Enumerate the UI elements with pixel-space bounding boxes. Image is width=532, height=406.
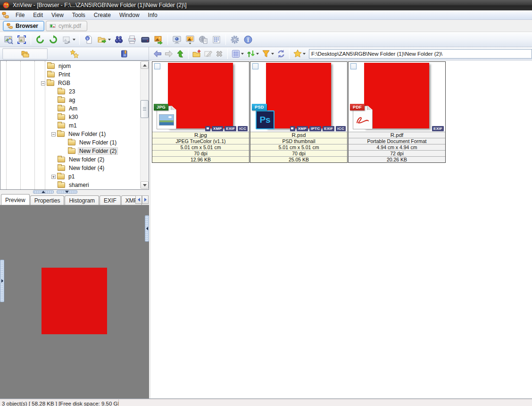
transform-button[interactable] — [60, 34, 73, 46]
favorites-panel-button[interactable] — [52, 48, 97, 59]
panel-tab-preview[interactable]: Preview — [1, 194, 30, 205]
file-card[interactable]: PDF EXIF R.pdf Portable Document Format … — [348, 61, 446, 163]
slideshow-icon — [185, 35, 195, 44]
scroll-up-button[interactable] — [141, 61, 149, 69]
file-card[interactable]: JPG XMPEXIFICC R.jpg JPEG TrueColor (v1.… — [152, 61, 249, 163]
back-button[interactable] — [152, 48, 163, 59]
panel-tab-histogram[interactable]: Histogram — [65, 195, 99, 205]
menu-file[interactable]: File — [11, 11, 29, 19]
menu-window[interactable]: Window — [115, 11, 144, 19]
rotate-left-button[interactable] — [33, 34, 47, 46]
filter-button[interactable] — [260, 48, 272, 59]
menu-create[interactable]: Create — [90, 11, 115, 19]
tree-item[interactable]: New folder (2) — [0, 155, 140, 164]
file-thumbnail[interactable]: JPG XMPEXIFICC — [152, 62, 249, 133]
thumbnail-grid: JPG XMPEXIFICC R.jpg JPEG TrueColor (v1.… — [151, 60, 532, 398]
settings-button[interactable] — [228, 34, 241, 46]
tree-item-selected[interactable]: New Folder (2) — [0, 147, 140, 155]
refresh-button[interactable] — [275, 48, 287, 59]
new-folder-button[interactable] — [191, 48, 202, 59]
favorites-button[interactable] — [292, 48, 303, 59]
address-input[interactable] — [309, 49, 532, 59]
scroll-down-button[interactable] — [141, 181, 149, 189]
tree-item[interactable]: − RGB — [0, 79, 140, 87]
tree-item[interactable]: 23 — [0, 87, 140, 96]
sort-button[interactable] — [245, 48, 257, 59]
convert-button[interactable] — [152, 34, 165, 46]
folders-panel-button[interactable] — [2, 48, 48, 59]
tree-item[interactable]: + p1 — [0, 172, 140, 181]
scrollbar-thumb[interactable] — [141, 100, 149, 118]
categories-panel-button[interactable] — [102, 48, 146, 59]
favorites-dropdown-caret[interactable] — [303, 53, 306, 55]
tree-item[interactable]: m1 — [0, 121, 140, 130]
splitter-collapse-down-button[interactable] — [57, 190, 77, 194]
view-mode-button[interactable] — [230, 48, 241, 59]
tab-cymk-pdf-label: cymk.pdf — [58, 23, 81, 29]
scan-button[interactable] — [139, 34, 152, 46]
up-button[interactable] — [175, 48, 186, 59]
tree-item[interactable]: njom — [0, 62, 140, 70]
tree-preview-splitter[interactable] — [0, 190, 149, 194]
tree-item-label: shameri — [67, 181, 91, 189]
file-print-size: 5.01 cm x 5.01 cm — [250, 144, 347, 150]
tree-item[interactable]: New folder (4) — [0, 164, 140, 172]
splitter-collapse-up-button[interactable] — [33, 190, 54, 194]
view-button[interactable] — [2, 34, 15, 46]
menu-view[interactable]: View — [47, 11, 68, 19]
open-with-button[interactable] — [95, 34, 108, 46]
tree-item[interactable]: New Folder (1) — [0, 138, 140, 147]
tab-scroll-right-button[interactable] — [142, 195, 149, 204]
tab-scroll-left-button[interactable] — [135, 195, 142, 204]
tab-cymk-pdf[interactable]: cymk.pdf — [46, 21, 87, 31]
file-checkbox[interactable] — [154, 63, 160, 69]
search-button[interactable] — [112, 34, 125, 46]
sort-dropdown-caret[interactable] — [256, 53, 259, 55]
tree-item[interactable]: ag — [0, 96, 140, 104]
menu-info[interactable]: Info — [144, 11, 162, 19]
folder-icon — [47, 80, 54, 86]
print-button[interactable] — [125, 34, 139, 46]
badge-icc: ICC — [336, 126, 346, 131]
fullscreen-button[interactable] — [15, 34, 28, 46]
panel-tab-properties[interactable]: Properties — [30, 195, 65, 205]
transform-dropdown-caret[interactable] — [73, 39, 75, 41]
file-checkbox[interactable] — [252, 63, 258, 69]
tree-item[interactable]: Print — [0, 70, 140, 79]
menu-tools[interactable]: Tools — [68, 11, 90, 19]
file-thumbnail[interactable]: Ps PSD XMPIPTCEXIFICC — [250, 62, 347, 133]
about-button[interactable]: i — [241, 34, 255, 46]
edit-comment-button[interactable] — [202, 48, 214, 59]
file-info-button[interactable]: i — [82, 34, 95, 46]
contact-sheet-button[interactable] — [210, 34, 223, 46]
browser-window-icon[interactable] — [2, 11, 9, 19]
file-thumbnail[interactable]: PDF EXIF — [349, 62, 445, 133]
menu-bar-items: FileEditViewToolsCreateWindowInfo — [11, 11, 162, 19]
tree-expander[interactable]: − — [51, 132, 56, 136]
tree-item[interactable]: Am — [0, 104, 140, 113]
view-mode-dropdown-caret[interactable] — [241, 53, 244, 55]
web-page-button[interactable] — [197, 34, 210, 46]
filter-dropdown-caret[interactable] — [271, 53, 274, 55]
open-with-dropdown-caret[interactable] — [108, 39, 111, 41]
tree-expander[interactable]: − — [41, 81, 45, 85]
tree-item[interactable]: shameri — [0, 181, 140, 189]
tree-expander[interactable]: + — [51, 175, 56, 179]
left-collapse-handle[interactable] — [0, 260, 4, 302]
menu-edit[interactable]: Edit — [29, 11, 47, 19]
slideshow-button[interactable] — [183, 34, 197, 46]
screen-capture-icon — [172, 35, 182, 44]
tab-browser[interactable]: Browser — [3, 21, 44, 31]
forward-button[interactable] — [163, 48, 175, 59]
file-card[interactable]: Ps PSD XMPIPTCEXIFICC R.psd PSD thumbnai… — [250, 61, 348, 163]
tree-item[interactable]: − New Folder (1) — [0, 130, 140, 138]
preview-collapse-handle[interactable] — [145, 215, 149, 242]
delete-button[interactable] — [214, 48, 225, 59]
panel-tab-exif[interactable]: EXIF — [100, 195, 121, 205]
file-checkbox[interactable] — [350, 63, 357, 69]
tree-scrollbar[interactable] — [140, 61, 148, 189]
stars-icon — [70, 49, 79, 59]
tree-item[interactable]: k30 — [0, 113, 140, 121]
rotate-right-button[interactable] — [47, 34, 60, 46]
capture-button[interactable] — [170, 34, 183, 46]
